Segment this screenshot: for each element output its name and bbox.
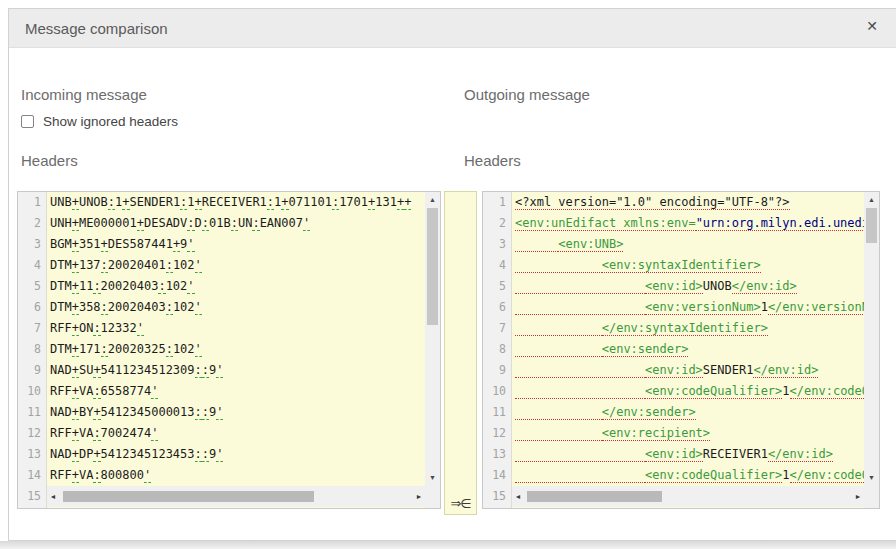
line-number-gutter: 123456789101112131415: [18, 192, 47, 508]
line-number: 9: [483, 360, 511, 381]
line-number: 10: [483, 381, 511, 402]
line-number: 13: [483, 444, 511, 465]
line-number: 13: [18, 444, 46, 465]
vertical-scrollbar[interactable]: ▲ ▼: [864, 192, 879, 508]
scroll-right-icon[interactable]: ►: [852, 493, 864, 500]
line-number: 14: [483, 465, 511, 486]
code-line: BGM+351+DES587441+9': [47, 234, 425, 255]
code-line: <env:id>RECEIVER1</env:id>: [512, 444, 864, 465]
code-line: <?xml version="1.0" encoding="UTF-8"?>: [512, 192, 864, 213]
close-icon[interactable]: ✕: [866, 18, 878, 34]
horizontal-scrollbar[interactable]: ◄ ►: [512, 486, 864, 507]
code-line: <env:codeQualifier>1</env:codeQualifier>: [512, 465, 864, 486]
outgoing-message-heading: Outgoing message: [464, 86, 590, 103]
code-line: <env:versionNum>1</env:versionNum>: [512, 297, 864, 318]
diff-gutter: ⇒∈: [444, 191, 477, 515]
line-number: 1: [18, 192, 46, 213]
code-line: <env:unEdifact xmlns:env="urn:org.milyn.…: [512, 213, 864, 234]
message-comparison-dialog: Message comparison ✕ Incoming message Sh…: [8, 8, 896, 541]
line-number: 14: [18, 465, 46, 486]
scrollbar-thumb[interactable]: [427, 208, 438, 325]
code-line: <env:id>SENDER1</env:id>: [512, 360, 864, 381]
scroll-right-icon[interactable]: ►: [413, 493, 425, 500]
outgoing-editor: 123456789101112131415 <?xml version="1.0…: [482, 191, 880, 509]
scroll-up-icon[interactable]: ▲: [425, 193, 440, 207]
scroll-up-icon[interactable]: ▲: [864, 193, 879, 207]
scroll-left-icon[interactable]: ◄: [47, 493, 59, 500]
scrollbar-thumb[interactable]: [63, 491, 314, 502]
line-number: 7: [483, 318, 511, 339]
code-line: DTM+358:20020403:102': [47, 297, 425, 318]
line-number: 10: [18, 381, 46, 402]
line-number: 6: [483, 297, 511, 318]
code-line: <env:sender>: [512, 339, 864, 360]
code-line: RFF+ON:12332': [47, 318, 425, 339]
code-line: DTM+171:20020325:102': [47, 339, 425, 360]
scroll-left-icon[interactable]: ◄: [512, 493, 524, 500]
code-line: RFF+VA:800800': [47, 465, 425, 486]
code-line: NAD+BY+5412345000013::9': [47, 402, 425, 423]
code-line: <env:UNB>: [512, 234, 864, 255]
horizontal-scrollbar[interactable]: ◄ ►: [47, 486, 425, 507]
line-number: 11: [18, 402, 46, 423]
scrollbar-track[interactable]: [524, 486, 852, 507]
line-number: 1: [483, 192, 511, 213]
code-line: UNB+UNOB:1+SENDER1:1+RECEIVER1:1+071101:…: [47, 192, 425, 213]
line-number: 3: [18, 234, 46, 255]
code-line: DTM+137:20020401:102': [47, 255, 425, 276]
vertical-scrollbar[interactable]: ▲ ▼: [425, 192, 440, 508]
line-number: 3: [483, 234, 511, 255]
show-ignored-headers-label: Show ignored headers: [43, 114, 178, 129]
line-number: 8: [483, 339, 511, 360]
code-line: <env:codeQualifier>1</env:codeQualifier>: [512, 381, 864, 402]
scroll-down-icon[interactable]: ▼: [425, 471, 440, 485]
code-line: </env:sender>: [512, 402, 864, 423]
line-number-gutter: 123456789101112131415: [483, 192, 512, 508]
dialog-title: Message comparison: [25, 20, 168, 37]
line-number: 2: [18, 213, 46, 234]
dialog-titlebar: Message comparison ✕: [9, 9, 896, 48]
incoming-headers-label: Headers: [21, 152, 78, 169]
line-number: 11: [483, 402, 511, 423]
scroll-down-icon[interactable]: ▼: [864, 471, 879, 485]
code-line: NAD+DP+5412345123453::9': [47, 444, 425, 465]
line-number: 4: [483, 255, 511, 276]
line-number: 4: [18, 255, 46, 276]
code-area[interactable]: <?xml version="1.0" encoding="UTF-8"?><e…: [512, 192, 864, 508]
line-number: 2: [483, 213, 511, 234]
line-number: 12: [483, 423, 511, 444]
show-ignored-headers-checkbox[interactable]: [21, 115, 34, 128]
show-ignored-headers-row: Show ignored headers: [21, 114, 178, 129]
line-number: 15: [18, 486, 46, 507]
code-line: RFF+VA:6558774': [47, 381, 425, 402]
code-line: </env:syntaxIdentifier>: [512, 318, 864, 339]
code-line: <env:recipient>: [512, 423, 864, 444]
line-number: 8: [18, 339, 46, 360]
code-line: RFF+VA:7002474': [47, 423, 425, 444]
line-number: 5: [18, 276, 46, 297]
outgoing-headers-label: Headers: [464, 152, 521, 169]
dialog-bottom-shadow: [0, 541, 896, 549]
code-line: <env:syntaxIdentifier>: [512, 255, 864, 276]
line-number: 9: [18, 360, 46, 381]
code-line: DTM+11:20020403:102': [47, 276, 425, 297]
line-number: 12: [18, 423, 46, 444]
scrollbar-thumb[interactable]: [866, 208, 877, 243]
line-number: 7: [18, 318, 46, 339]
code-line: <env:id>UNOB</env:id>: [512, 276, 864, 297]
incoming-message-heading: Incoming message: [21, 86, 147, 103]
line-number: 5: [483, 276, 511, 297]
line-number: 15: [483, 486, 511, 507]
scrollbar-track[interactable]: [59, 486, 413, 507]
incoming-editor: 123456789101112131415 UNB+UNOB:1+SENDER1…: [17, 191, 441, 509]
code-area[interactable]: UNB+UNOB:1+SENDER1:1+RECEIVER1:1+071101:…: [47, 192, 425, 508]
line-number: 6: [18, 297, 46, 318]
code-line: NAD+SU+5411234512309::9': [47, 360, 425, 381]
code-line: UNH+ME000001+DESADV:D:01B:UN:EAN007': [47, 213, 425, 234]
scrollbar-thumb[interactable]: [527, 491, 661, 502]
merge-arrows-icon[interactable]: ⇒∈: [445, 496, 476, 511]
